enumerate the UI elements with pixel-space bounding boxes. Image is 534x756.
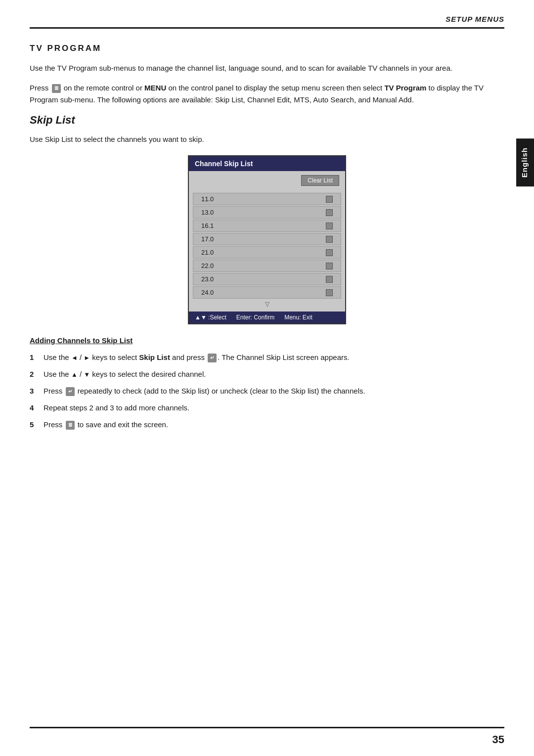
tv-program-bold: TV Program [384, 84, 426, 92]
arrow-left-icon: ◄ [71, 353, 78, 363]
csl-row[interactable]: 13.0 [193, 206, 341, 219]
channel-checkbox[interactable] [326, 263, 333, 269]
channel-label: 24.0 [201, 289, 326, 296]
step-num-3: 3 [30, 385, 39, 397]
csl-rows: 11.0 13.0 16.1 17.0 [189, 190, 345, 311]
channel-label: 21.0 [201, 249, 326, 256]
step-5: 5 Press ≣ to save and exit the screen. [30, 419, 504, 431]
channel-label: 13.0 [201, 209, 326, 216]
channel-checkbox[interactable] [326, 209, 333, 216]
footer-nav: ▲▼ :Select [195, 314, 226, 321]
arrow-down-icon: ▼ [84, 370, 90, 380]
page-number: 35 [30, 733, 504, 746]
step-num-1: 1 [30, 352, 39, 363]
step-text-4: Repeat steps 2 and 3 to add more channel… [44, 402, 504, 414]
csl-header: Channel Skip List [189, 156, 345, 171]
step-text-3: Press ↵ repeatedly to check (add to the … [44, 385, 504, 397]
skip-list-heading: Skip List [30, 114, 504, 127]
step-1: 1 Use the ◄ / ► keys to select Skip List… [30, 352, 504, 363]
csl-row[interactable]: 17.0 [193, 233, 341, 245]
step-text-5: Press ≣ to save and exit the screen. [44, 419, 504, 431]
step-3: 3 Press ↵ repeatedly to check (add to th… [30, 385, 504, 397]
step-num-4: 4 [30, 402, 39, 414]
skip-list-desc: Use Skip List to select the channels you… [30, 133, 504, 145]
channel-checkbox[interactable] [326, 276, 333, 283]
header-area: SETUP MENUS [0, 0, 534, 23]
channel-skip-list-box: Channel Skip List Clear List 11.0 13.0 1… [188, 155, 346, 324]
channel-label: 17.0 [201, 235, 326, 243]
csl-row[interactable]: 24.0 [193, 286, 341, 299]
scroll-indicator: ▽ [189, 300, 345, 310]
skip-list-bold: Skip List [139, 353, 170, 361]
footer-area: 35 [0, 717, 534, 756]
confirm-icon: ↵ [208, 354, 217, 362]
csl-row[interactable]: 16.1 [193, 220, 341, 232]
csl-row[interactable]: 11.0 [193, 193, 341, 205]
arrow-right-icon: ► [84, 353, 90, 363]
ui-container: Channel Skip List Clear List 11.0 13.0 1… [30, 155, 504, 324]
footer-exit: Menu: Exit [284, 314, 312, 321]
channel-checkbox[interactable] [326, 236, 333, 243]
intro-paragraph-2: Press ≣ on the remote control or MENU on… [30, 82, 504, 106]
channel-label: 22.0 [201, 262, 326, 269]
adding-channels-heading: Adding Channels to Skip List [30, 336, 504, 345]
footer-line [30, 727, 504, 728]
page-container: English SETUP MENUS TV PROGRAM Use the T… [0, 0, 534, 756]
steps-list: 1 Use the ◄ / ► keys to select Skip List… [30, 352, 504, 431]
footer-confirm: Enter: Confirm [236, 314, 274, 321]
step-num-5: 5 [30, 419, 39, 431]
arrow-up-icon: ▲ [71, 370, 78, 380]
step-4: 4 Repeat steps 2 and 3 to add more chann… [30, 402, 504, 414]
step-text-1: Use the ◄ / ► keys to select Skip List a… [44, 352, 504, 363]
menu-icon: ≣ [52, 84, 61, 93]
csl-footer: ▲▼ :Select Enter: Confirm Menu: Exit [189, 311, 345, 323]
csl-row[interactable]: 23.0 [193, 273, 341, 285]
channel-label: 11.0 [201, 195, 326, 203]
setup-menus-title: SETUP MENUS [445, 15, 504, 23]
clear-list-button[interactable]: Clear List [301, 175, 339, 186]
channel-checkbox[interactable] [326, 196, 333, 203]
csl-toolbar: Clear List [189, 171, 345, 190]
csl-row[interactable]: 22.0 [193, 260, 341, 272]
channel-label: 16.1 [201, 222, 326, 229]
side-tab: English [516, 138, 534, 186]
intro-paragraph-1: Use the TV Program sub-menus to manage t… [30, 62, 504, 74]
save-icon: ≣ [66, 421, 75, 430]
main-content: TV PROGRAM Use the TV Program sub-menus … [0, 29, 534, 450]
section-title: TV PROGRAM [30, 44, 504, 53]
csl-row[interactable]: 21.0 [193, 246, 341, 259]
channel-label: 23.0 [201, 275, 326, 283]
side-tab-label: English [520, 147, 529, 178]
confirm-icon-2: ↵ [66, 387, 75, 396]
channel-checkbox[interactable] [326, 289, 333, 296]
channel-checkbox[interactable] [326, 249, 333, 256]
step-text-2: Use the ▲ / ▼ keys to select the desired… [44, 368, 504, 380]
step-2: 2 Use the ▲ / ▼ keys to select the desir… [30, 368, 504, 380]
menu-bold: MENU [144, 84, 166, 92]
step-num-2: 2 [30, 368, 39, 380]
channel-checkbox[interactable] [326, 222, 333, 229]
